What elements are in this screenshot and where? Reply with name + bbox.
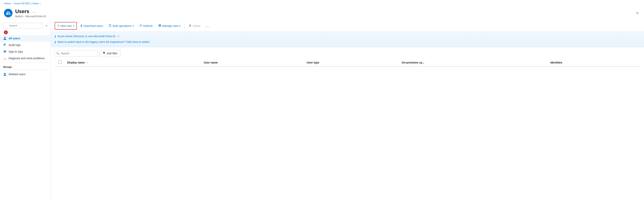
users-table: Display name ↑ User name User type On-pr… xyxy=(55,59,640,67)
badge-number: 3 xyxy=(4,30,8,34)
diagnose-label: Diagnose and solve problems xyxy=(8,57,44,60)
sidebar: 🔍 « 3 All users Audit logs Sig xyxy=(0,20,51,200)
table-header-on-premises: On-premises sy... xyxy=(399,59,548,66)
display-name-header-label: Display name xyxy=(67,61,85,64)
breadcrumb-adb2c[interactable]: Azure AD B2C | Users xyxy=(14,2,39,5)
svg-rect-2 xyxy=(4,45,5,46)
new-user-chevron-icon: ▾ xyxy=(73,24,74,27)
svg-rect-0 xyxy=(4,44,6,44)
page-title: Users ... xyxy=(15,8,632,14)
svg-rect-1 xyxy=(4,44,6,45)
filter-search-icon: 🔍 xyxy=(56,52,59,55)
filter-search-wrapper: 🔍 xyxy=(55,50,98,56)
add-filter-label: Add filter xyxy=(107,52,118,55)
refresh-button[interactable]: Refresh xyxy=(137,23,155,29)
more-options-button[interactable]: ... xyxy=(204,23,211,29)
download-icon: ⬇ xyxy=(80,24,82,28)
sidebar-item-sign-in-logs[interactable]: Sign-in logs xyxy=(0,48,50,55)
sidebar-divider2 xyxy=(3,70,48,70)
table-header-checkbox-cell xyxy=(55,59,64,66)
table-header-user-name: User name xyxy=(201,59,304,66)
refresh-icon xyxy=(139,24,142,28)
manage-view-label: Manage view xyxy=(162,24,178,27)
toolbar: + New user ▾ ⬇ Download users Bulk opera… xyxy=(51,20,644,32)
legacy-text: Want to switch back to the legacy users … xyxy=(57,40,150,43)
breadcrumb-home[interactable]: Home xyxy=(4,2,11,5)
info-row-legacy: ℹ Want to switch back to the legacy user… xyxy=(55,39,640,45)
new-user-label: New user xyxy=(60,24,72,27)
delete-button[interactable]: Delete xyxy=(186,23,203,29)
download-users-button[interactable]: ⬇ Download users xyxy=(78,23,106,29)
gear-icon xyxy=(158,24,162,28)
sidebar-item-audit-logs[interactable]: Audit logs xyxy=(0,42,50,48)
filter-search-input[interactable] xyxy=(55,50,98,56)
delete-icon xyxy=(188,24,192,28)
user-type-header-label: User type xyxy=(307,61,319,64)
sidebar-item-all-users[interactable]: All users xyxy=(0,35,50,42)
table-header-display-name[interactable]: Display name ↑ xyxy=(64,59,201,66)
page-header: Users ... testb2c - Microsoft Entra ID × xyxy=(0,7,644,20)
plus-icon: + xyxy=(57,24,60,28)
breadcrumb-sep2: › xyxy=(40,2,41,5)
identities-header-label: Identities xyxy=(550,61,562,64)
entra-link[interactable]: Azure Active Directory is now Microsoft … xyxy=(57,35,119,38)
select-all-checkbox[interactable] xyxy=(58,61,62,64)
delete-label: Delete xyxy=(192,24,200,27)
breadcrumb-sep1: › xyxy=(12,2,13,5)
table-container: Display name ↑ User name User type On-pr… xyxy=(51,59,644,67)
sidebar-search-input[interactable] xyxy=(3,23,42,28)
more-icon: ... xyxy=(205,23,210,28)
all-users-icon xyxy=(3,37,7,40)
header-more-button[interactable]: ... xyxy=(31,8,38,14)
info-circle-icon-1: ℹ xyxy=(55,35,56,38)
sidebar-item-deleted-users[interactable]: Deleted users xyxy=(0,71,50,78)
on-premises-header-label: On-premises sy... xyxy=(402,61,424,64)
title-text: Users xyxy=(15,8,29,14)
manage-view-chevron-icon: ▾ xyxy=(179,24,180,27)
content-area: + New user ▾ ⬇ Download users Bulk opera… xyxy=(51,20,644,200)
deleted-users-icon xyxy=(3,72,7,76)
download-users-label: Download users xyxy=(84,24,103,27)
breadcrumb: Home › Azure AD B2C | Users › xyxy=(0,0,644,7)
filter-icon xyxy=(102,51,106,55)
deleted-users-label: Deleted users xyxy=(8,73,25,76)
info-row-entra: ℹ Azure Active Directory is now Microsof… xyxy=(55,34,640,39)
sign-in-logs-icon xyxy=(3,50,7,53)
legacy-link[interactable]: Want to switch back to the legacy users … xyxy=(57,40,150,43)
diagnose-icon xyxy=(3,56,7,60)
bulk-operations-button[interactable]: Bulk operations ▾ xyxy=(106,23,136,29)
info-banner-area: ℹ Azure Active Directory is now Microsof… xyxy=(51,32,644,47)
sidebar-search-wrapper: 🔍 xyxy=(3,23,42,28)
sidebar-manage-label: Manage xyxy=(0,63,50,69)
main-layout: 🔍 « 3 All users Audit logs Sig xyxy=(0,20,644,200)
audit-logs-label: Audit logs xyxy=(8,43,20,46)
table-header-user-type: User type xyxy=(304,59,399,66)
sign-in-logs-label: Sign-in logs xyxy=(8,50,23,53)
bulk-ops-chevron-icon: ▾ xyxy=(132,24,134,27)
external-link-icon-1: ↗ xyxy=(117,35,119,38)
table-header-identities: Identities xyxy=(548,59,640,66)
collapse-sidebar-button[interactable]: « xyxy=(44,24,49,27)
users-avatar-icon xyxy=(6,10,11,15)
all-users-label: All users xyxy=(8,37,20,40)
audit-logs-icon xyxy=(3,43,7,47)
table-header: Display name ↑ User name User type On-pr… xyxy=(55,59,640,66)
filter-row: 🔍 Add filter xyxy=(51,47,644,59)
avatar xyxy=(4,9,12,17)
user-name-header-label: User name xyxy=(204,61,218,64)
sidebar-item-diagnose[interactable]: Diagnose and solve problems xyxy=(0,55,50,62)
info-circle-icon-2: ℹ xyxy=(55,40,56,44)
bulk-operations-label: Bulk operations xyxy=(112,24,132,27)
refresh-label: Refresh xyxy=(143,24,153,27)
new-user-button[interactable]: + New user ▾ xyxy=(55,22,77,30)
header-title-group: Users ... testb2c - Microsoft Entra ID xyxy=(15,8,632,18)
bulk-ops-icon xyxy=(108,24,112,28)
close-button[interactable]: × xyxy=(635,10,640,16)
add-filter-button[interactable]: Add filter xyxy=(100,50,120,57)
header-subtitle: testb2c - Microsoft Entra ID xyxy=(15,15,632,18)
manage-view-button[interactable]: Manage view ▾ xyxy=(156,23,183,29)
sort-arrow-icon: ↑ xyxy=(86,61,88,64)
entra-text: Azure Active Directory is now Microsoft … xyxy=(57,35,116,38)
